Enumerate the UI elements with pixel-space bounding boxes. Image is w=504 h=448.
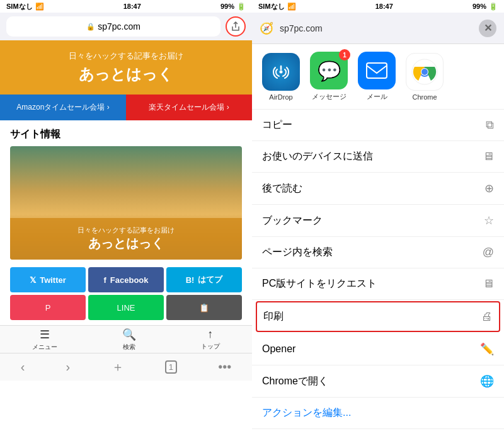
menu-item-print[interactable]: 印刷 🖨 ➡ [256, 301, 500, 332]
right-carrier-text: SIMなし [258, 2, 285, 11]
menu-label: メニュー [32, 343, 57, 352]
site-info-label: サイト情報 [0, 120, 252, 146]
battery-icon: 🔋 [237, 3, 246, 11]
opener-label: Opener [262, 343, 295, 355]
send-device-icon: 🖥 [483, 150, 494, 163]
chrome-icon [406, 53, 444, 91]
social-buttons-row1: 𝕏 Twitter f Facebook B! はてブ [0, 260, 252, 295]
copy-button2[interactable]: 📋 [166, 295, 242, 320]
share-sheet-header: 🧭 sp7pc.com ✕ [252, 13, 504, 44]
app-row: AirDrop 💬 1 メッセージ メール [252, 44, 504, 110]
right-wifi-icon: 📶 [287, 3, 296, 11]
twitter-label: Twitter [40, 275, 66, 285]
right-battery-icon: 🔋 [489, 3, 498, 11]
menu-item-chrome-open[interactable]: Chromeで開く 🌐 [252, 365, 504, 398]
menu-item-bookmark[interactable]: ブックマーク ☆ [252, 205, 504, 237]
svg-rect-1 [367, 63, 387, 78]
chrome-label: Chrome [412, 93, 437, 101]
menu-item-read-later[interactable]: 後で読む ⊕ [252, 173, 504, 205]
messages-icon: 💬 1 [310, 52, 348, 89]
chrome-open-label: Chromeで開く [262, 375, 328, 388]
mail-icon [358, 52, 396, 89]
opener-icon: ✏️ [480, 342, 494, 356]
toolbar-top[interactable]: ↑ トップ [201, 328, 220, 351]
close-button[interactable]: ✕ [479, 20, 496, 37]
twitter-icon: 𝕏 [30, 275, 36, 285]
right-status-group: 99% 🔋 [220, 3, 246, 11]
new-tab-button[interactable]: ＋ [112, 359, 124, 376]
amazon-sale-button[interactable]: Amazonタイムセール会場 › [0, 95, 126, 120]
search-icon: 🔍 [122, 328, 136, 342]
right-status-bar: SIMなし 📶 18:47 99% 🔋 [252, 0, 504, 13]
bookmark-label: ブックマーク [262, 214, 323, 227]
chrome-open-icon: 🌐 [480, 374, 494, 388]
mail-label: メール [367, 92, 387, 101]
copy-icon2: 📋 [199, 303, 209, 313]
line-icon: LINE [117, 303, 135, 313]
app-item-mail[interactable]: メール [358, 52, 396, 101]
facebook-label: Facebook [110, 275, 149, 285]
menu-list: コピー ⧉ お使いのデバイスに送信 🖥 後で読む ⊕ ブックマーク ☆ ページ内… [252, 110, 504, 448]
action-edit-link[interactable]: アクションを編集... [252, 398, 504, 429]
menu-icon: ☰ [40, 328, 50, 342]
hero-banner: 日々をハックする記事をお届け あっとはっく [0, 40, 252, 95]
menu-item-page-search[interactable]: ページ内を検索 @ [252, 237, 504, 268]
menu-item-desktop-site[interactable]: PC版サイトをリクエスト 🖥 [252, 268, 504, 300]
facebook-button[interactable]: f Facebook [88, 267, 164, 292]
site-thumbnail: 日々をハックする記事をお届け あっとはっく [10, 146, 242, 260]
right-panel: SIMなし 📶 18:47 99% 🔋 🧭 sp7pc.com ✕ [252, 0, 504, 448]
left-panel: SIMなし 📶 18:47 99% 🔋 🔒 sp7pc.com 日々をハックする… [0, 0, 252, 448]
app-item-messages[interactable]: 💬 1 メッセージ [310, 52, 348, 101]
toolbar-search[interactable]: 🔍 検索 [122, 328, 136, 352]
lock-icon: 🔒 [86, 23, 95, 31]
hatena-icon: B! [186, 275, 195, 285]
copy-label: コピー [262, 118, 292, 132]
rakuten-sale-button[interactable]: 楽天タイムセール会場 › [126, 95, 252, 120]
right-battery-text: 99% [472, 3, 486, 10]
left-status-bar: SIMなし 📶 18:47 99% 🔋 [0, 0, 252, 13]
nav-bar: ‹ › ＋ 1 ••• [0, 353, 252, 381]
right-battery-group: 99% 🔋 [472, 3, 498, 11]
read-later-label: 後で読む [262, 182, 302, 195]
top-icon: ↑ [207, 328, 213, 341]
hero-title: あっとはっく [10, 64, 242, 84]
menu-item-opener[interactable]: Opener ✏️ [252, 333, 504, 365]
hatena-button[interactable]: B! はてブ [166, 267, 242, 292]
wifi-icon: 📶 [35, 3, 44, 11]
toolbar-menu[interactable]: ☰ メニュー [32, 328, 57, 352]
menu-item-send-device[interactable]: お使いのデバイスに送信 🖥 [252, 141, 504, 173]
airdrop-label: AirDrop [269, 93, 292, 101]
pocket-button[interactable]: P [10, 295, 86, 320]
svg-point-5 [421, 69, 428, 75]
app-item-chrome[interactable]: Chrome [406, 53, 444, 101]
facebook-icon: f [103, 275, 106, 285]
airdrop-icon [262, 53, 300, 91]
send-device-label: お使いのデバイスに送信 [262, 150, 373, 163]
right-carrier-group: SIMなし 📶 [258, 2, 296, 11]
menu-item-copy[interactable]: コピー ⧉ [252, 110, 504, 141]
url-field[interactable]: 🔒 sp7pc.com [6, 16, 220, 37]
forward-button[interactable]: › [66, 360, 71, 374]
tabs-button[interactable]: 1 [165, 360, 177, 374]
bookmark-icon: ☆ [484, 214, 494, 227]
svg-point-0 [280, 70, 283, 73]
carrier-text: SIMなし [6, 2, 33, 11]
url-bar: 🔒 sp7pc.com [0, 13, 252, 40]
print-icon: 🖨 [481, 310, 493, 323]
page-search-label: ページ内を検索 [262, 246, 333, 259]
print-label: 印刷 [263, 310, 284, 323]
app-item-airdrop[interactable]: AirDrop [262, 53, 300, 101]
share-compass-icon: 🧭 [260, 21, 273, 35]
share-button[interactable] [226, 16, 246, 37]
thumbnail-overlay: 日々をハックする記事をお届け あっとはっく [10, 218, 242, 260]
copy-icon: ⧉ [486, 118, 494, 132]
line-button[interactable]: LINE [88, 295, 164, 320]
twitter-button[interactable]: 𝕏 Twitter [10, 267, 86, 292]
thumbnail-subtitle: 日々をハックする記事をお届け [18, 226, 234, 235]
hatena-label: はてブ [198, 274, 222, 285]
back-button[interactable]: ‹ [21, 360, 25, 374]
more-button[interactable]: ••• [218, 360, 231, 374]
messages-badge: 1 [339, 49, 350, 60]
battery-text: 99% [220, 3, 234, 10]
search-label: 検索 [123, 343, 135, 352]
